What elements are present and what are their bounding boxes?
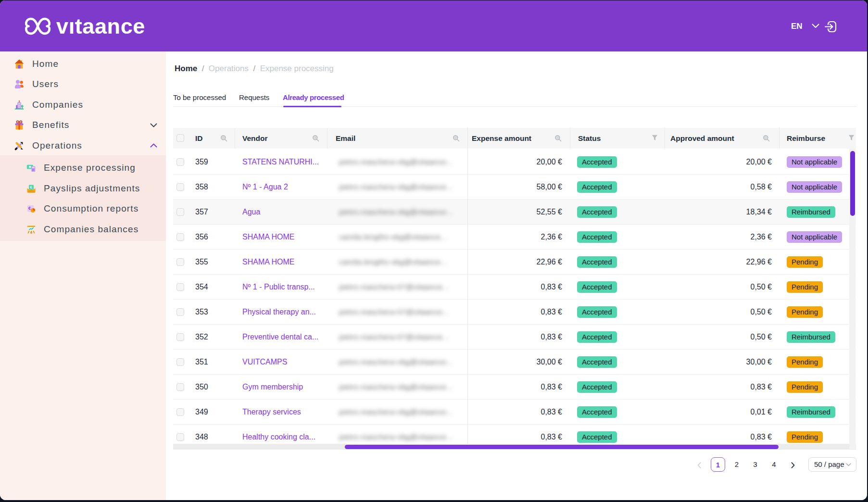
svg-text:€: € [30,185,33,189]
